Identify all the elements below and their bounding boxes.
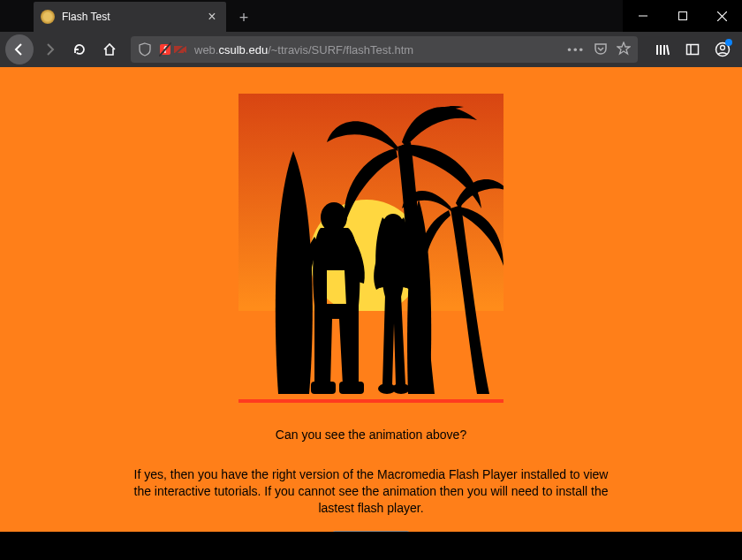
reload-icon — [72, 42, 87, 57]
maximize-button[interactable] — [662, 2, 702, 30]
url-text: web.csulb.edu/~ttravis/SURF/flashTest.ht… — [194, 43, 560, 57]
tab-title: Flash Test — [62, 11, 198, 23]
page-actions-icon[interactable]: ••• — [567, 43, 585, 57]
window-controls — [623, 0, 742, 32]
svg-point-22 — [392, 383, 410, 394]
close-window-button[interactable] — [702, 2, 742, 30]
sidebar-icon — [685, 42, 700, 57]
favicon-icon — [41, 10, 55, 24]
home-button[interactable] — [95, 35, 124, 64]
browser-tab[interactable]: Flash Test × — [34, 2, 226, 32]
reader-pocket-icon[interactable] — [594, 42, 608, 57]
explain-text: If yes, then you have the right version … — [124, 466, 618, 517]
svg-line-12 — [667, 45, 669, 55]
svg-rect-19 — [339, 382, 364, 394]
library-icon — [655, 42, 670, 57]
prompt-text: Can you see the animation above? — [0, 428, 742, 442]
notification-dot-icon — [725, 39, 732, 46]
svg-point-17 — [321, 202, 347, 232]
svg-rect-18 — [311, 382, 336, 394]
forward-arrow-icon — [42, 42, 57, 57]
new-tab-button[interactable]: + — [230, 4, 258, 32]
account-button[interactable] — [708, 35, 737, 64]
tab-strip: Flash Test × + — [0, 0, 742, 32]
home-icon — [102, 42, 117, 57]
minimize-icon — [639, 11, 647, 20]
svg-point-16 — [721, 46, 725, 50]
back-arrow-icon — [12, 42, 26, 57]
svg-rect-13 — [687, 45, 699, 55]
close-tab-icon[interactable]: × — [205, 9, 219, 25]
svg-rect-1 — [678, 12, 686, 20]
get-flash-player-button[interactable]: Get macromedia FLASH PLAYER — [332, 531, 410, 532]
flash-blocked-icon[interactable]: f — [159, 42, 187, 57]
minimize-button[interactable] — [623, 2, 662, 30]
close-icon — [717, 11, 727, 21]
tracking-shield-icon[interactable] — [138, 42, 152, 57]
bookmark-star-icon[interactable] — [617, 42, 631, 58]
page-content: Can you see the animation above? If yes,… — [0, 67, 742, 532]
back-button[interactable] — [5, 35, 34, 64]
silhouette-graphic — [238, 94, 504, 403]
browser-toolbar: f web.csulb.edu/~ttravis/SURF/flashTest.… — [0, 32, 742, 67]
library-button[interactable] — [648, 35, 677, 64]
sidebar-button[interactable] — [678, 35, 707, 64]
forward-button[interactable] — [35, 35, 64, 64]
maximize-icon — [678, 11, 687, 20]
url-bar[interactable]: f web.csulb.edu/~ttravis/SURF/flashTest.… — [131, 36, 638, 63]
flash-animation — [238, 94, 504, 403]
reload-button[interactable] — [65, 35, 94, 64]
